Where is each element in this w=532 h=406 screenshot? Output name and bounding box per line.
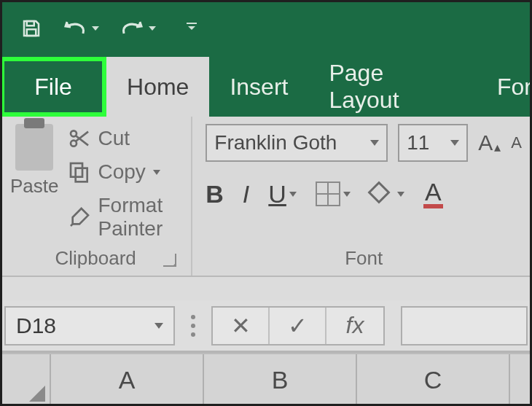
column-header-a[interactable]: A: [51, 354, 204, 406]
select-all-corner[interactable]: [0, 354, 51, 406]
tab-formulas[interactable]: For: [477, 57, 532, 117]
tab-formulas-label: For: [497, 74, 532, 101]
chevron-down-icon: [370, 140, 379, 146]
svg-rect-0: [27, 21, 34, 26]
ribbon: Paste Cut Copy Format Painter Clipb: [0, 117, 532, 277]
bold-button[interactable]: B: [206, 180, 224, 208]
paste-label: Paste: [10, 175, 59, 198]
chevron-down-icon[interactable]: [154, 323, 163, 329]
redo-menu-caret[interactable]: [149, 26, 156, 31]
column-header-c[interactable]: C: [357, 354, 510, 406]
name-box[interactable]: D18: [4, 306, 175, 346]
undo-menu-caret[interactable]: [92, 26, 99, 31]
chevron-down-icon[interactable]: [289, 192, 297, 197]
tab-home[interactable]: Home: [106, 57, 209, 117]
font-color-button[interactable]: A: [423, 179, 443, 208]
underline-button[interactable]: U: [268, 180, 297, 208]
chevron-down-icon[interactable]: [343, 192, 351, 197]
paintbrush-icon: [68, 206, 91, 229]
enter-formula-button[interactable]: ✓: [270, 308, 326, 344]
copy-icon: [68, 160, 91, 184]
chevron-down-icon: [450, 140, 459, 146]
svg-rect-1: [27, 29, 36, 36]
save-icon[interactable]: [20, 17, 42, 39]
check-icon: ✓: [288, 312, 308, 340]
tab-page-layout[interactable]: Page Layout: [308, 57, 477, 117]
formula-controls: ✕ ✓ fx: [211, 306, 385, 346]
insert-function-button[interactable]: fx: [326, 308, 383, 344]
column-headers: A B C: [0, 353, 532, 406]
clipboard-launcher-icon[interactable]: [163, 254, 176, 267]
decrease-font-button[interactable]: A: [511, 133, 522, 152]
paste-button[interactable]: Paste: [10, 124, 59, 247]
chevron-down-icon[interactable]: [397, 192, 404, 197]
select-all-icon: [29, 386, 45, 402]
tab-home-label: Home: [127, 74, 189, 101]
font-size-value: 11: [407, 131, 429, 155]
customize-qat-icon[interactable]: [185, 20, 198, 36]
border-button[interactable]: [316, 181, 351, 206]
column-header-b[interactable]: B: [204, 354, 357, 406]
bucket-icon: [369, 183, 394, 205]
formula-input[interactable]: [401, 306, 528, 346]
spacer: [0, 277, 532, 300]
tab-insert-label: Insert: [230, 74, 288, 101]
name-box-value: D18: [16, 313, 56, 338]
fx-label: fx: [346, 312, 364, 339]
copy-menu-caret[interactable]: [153, 170, 160, 175]
tab-page-layout-label: Page Layout: [329, 60, 456, 114]
grip-handle[interactable]: [191, 315, 195, 337]
undo-button[interactable]: [63, 19, 99, 38]
cut-label: Cut: [98, 127, 130, 150]
paste-icon: [15, 124, 53, 171]
tab-file-label: File: [34, 74, 72, 101]
svg-rect-6: [75, 168, 87, 182]
format-painter-button[interactable]: Format Painter: [68, 194, 181, 241]
font-size-dropdown[interactable]: 11: [398, 124, 468, 162]
fill-color-button[interactable]: [369, 183, 404, 205]
svg-rect-2: [187, 23, 197, 24]
increase-font-button[interactable]: A ▴: [478, 130, 501, 155]
italic-button[interactable]: I: [243, 180, 249, 208]
cut-button[interactable]: Cut: [68, 127, 181, 150]
format-painter-label: Format Painter: [98, 194, 181, 241]
copy-label: Copy: [98, 160, 146, 184]
redo-button[interactable]: [120, 19, 156, 38]
group-font-label: Font: [206, 247, 522, 271]
tab-insert[interactable]: Insert: [209, 57, 308, 117]
x-icon: ✕: [231, 312, 251, 340]
scissors-icon: [68, 127, 91, 150]
group-clipboard-label: Clipboard: [10, 247, 181, 271]
group-font: Franklin Goth 11 A ▴ A B I U: [192, 117, 532, 276]
quick-access-toolbar: [0, 0, 532, 57]
copy-button[interactable]: Copy: [68, 160, 181, 184]
border-icon: [316, 181, 340, 206]
formula-bar: D18 ✕ ✓ fx: [0, 300, 532, 353]
group-clipboard: Paste Cut Copy Format Painter Clipb: [0, 117, 192, 276]
ribbon-tabs: File Home Insert Page Layout For: [0, 57, 532, 117]
font-name-value: Franklin Goth: [214, 131, 337, 155]
font-name-dropdown[interactable]: Franklin Goth: [206, 124, 388, 162]
cancel-formula-button[interactable]: ✕: [213, 308, 270, 344]
tab-file[interactable]: File: [0, 57, 106, 117]
